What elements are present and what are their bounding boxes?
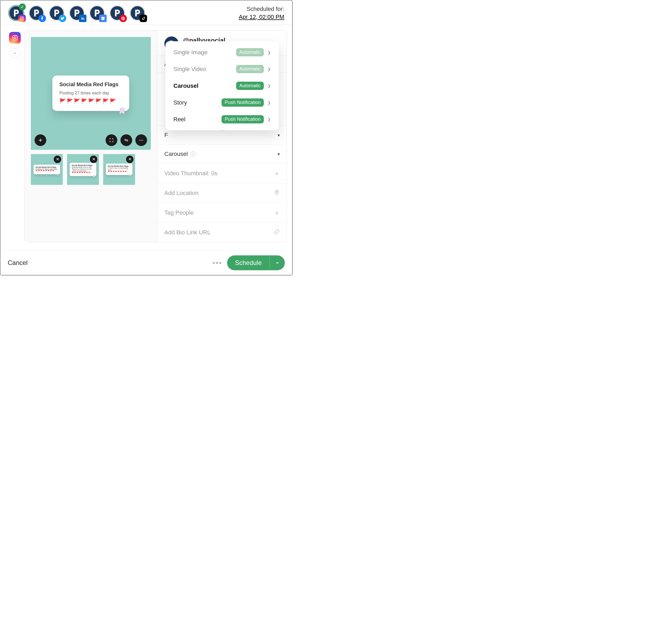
video-thumbnail-row[interactable]: Video Thumbnail: 0s ＋: [157, 163, 287, 183]
post-type-reel[interactable]: ReelPush Notification❯: [165, 111, 279, 128]
plus-icon: ＋: [274, 170, 280, 178]
account-twitter[interactable]: [49, 5, 65, 21]
chevron-right-icon: ❯: [268, 84, 271, 88]
chevron-down-icon: ▾: [278, 152, 280, 157]
post-editor: Social Media Red Flags Posting 27 times …: [24, 30, 287, 242]
post-type-menu: Single ImageAutomatic❯Single VideoAutoma…: [165, 41, 279, 130]
scheduled-block: Scheduled for: Apr 12, 02:00 PM: [239, 6, 284, 20]
carousel-thumb[interactable]: Social Media Red FlagsQuestionable info …: [67, 154, 99, 185]
add-location-row[interactable]: Add Location: [157, 183, 287, 203]
account-facebook[interactable]: [28, 5, 45, 21]
facebook-icon: [39, 15, 46, 22]
svg-point-10: [142, 140, 143, 140]
location-pin-icon: [274, 189, 280, 197]
twitter-icon: [59, 15, 66, 22]
swap-button[interactable]: [121, 134, 132, 146]
fullscreen-button[interactable]: [105, 134, 117, 146]
post-type-single-image[interactable]: Single ImageAutomatic❯: [165, 44, 279, 61]
link-icon: [274, 229, 280, 236]
plus-icon: ＋: [274, 209, 280, 217]
settings-column: @pallyysocial Instagram A F ▾ Carousel i: [157, 30, 287, 242]
preview-card-title: Social Media Red Flags: [59, 81, 122, 87]
platform-rail: [6, 30, 24, 242]
carousel-section[interactable]: Carousel i ▾: [157, 144, 287, 163]
post-type-single-video[interactable]: Single VideoAutomatic❯: [165, 61, 279, 77]
svg-rect-0: [20, 17, 24, 20]
carousel-thumb[interactable]: Social Media Red Flags"I don't use a sch…: [103, 154, 135, 185]
info-icon[interactable]: i: [191, 151, 196, 157]
account-tiktok[interactable]: [130, 5, 145, 21]
account-instagram[interactable]: ✓: [8, 5, 24, 21]
instagram-icon: [18, 15, 26, 22]
carousel-thumb[interactable]: Social Media Red FlagsPosting 27 times e…: [31, 154, 63, 185]
remove-thumb-button[interactable]: ✕: [126, 155, 134, 163]
remove-thumb-button[interactable]: ✕: [54, 155, 61, 163]
schedule-button[interactable]: Schedule: [227, 255, 285, 270]
svg-point-5: [16, 36, 17, 37]
account-bar: ✓ Scheduled for: Apr 12, 02:00 PM: [0, 0, 292, 25]
more-button[interactable]: [135, 134, 147, 146]
add-media-button[interactable]: [34, 134, 46, 146]
svg-rect-3: [12, 36, 17, 40]
tag-people-row[interactable]: Tag People ＋: [157, 203, 287, 222]
remove-thumb-button[interactable]: ✕: [90, 155, 97, 163]
svg-point-1: [21, 17, 22, 19]
collapse-rail-button[interactable]: [10, 48, 20, 58]
chevron-right-icon: ❯: [268, 50, 271, 55]
svg-point-11: [276, 191, 278, 193]
chevron-right-icon: ❯: [268, 67, 271, 71]
post-type-story[interactable]: StoryPush Notification❯: [165, 94, 279, 111]
svg-point-4: [14, 37, 16, 39]
bookmark-icon: [120, 108, 125, 114]
check-icon: ✓: [19, 3, 26, 10]
account-linkedin[interactable]: [69, 5, 85, 21]
preview-card-subtitle: Posting 27 times each day: [59, 91, 122, 95]
svg-point-8: [139, 140, 140, 140]
tiktok-icon: [140, 15, 147, 22]
bio-link-row[interactable]: Add Bio Link URL: [157, 222, 287, 242]
scheduled-datetime[interactable]: Apr 12, 02:00 PM: [239, 13, 284, 20]
account-pinterest[interactable]: [109, 5, 125, 21]
cancel-button[interactable]: Cancel: [8, 259, 28, 266]
gmb-icon: [99, 15, 106, 22]
chevron-right-icon: ❯: [268, 101, 271, 105]
schedule-dropdown-button[interactable]: [270, 255, 285, 270]
preview-card: Social Media Red Flags Posting 27 times …: [52, 75, 129, 111]
linkedin-icon: [79, 15, 86, 22]
scheduled-label: Scheduled for:: [239, 6, 284, 12]
main-preview: Social Media Red Flags Posting 27 times …: [31, 37, 151, 150]
chevron-right-icon: ❯: [268, 117, 271, 122]
media-column: Social Media Red Flags Posting 27 times …: [24, 30, 157, 242]
account-gmb[interactable]: [89, 5, 105, 21]
preview-card-flags: 🚩🚩🚩🚩🚩🚩🚩🚩: [59, 98, 122, 105]
footer: Cancel ••• Schedule: [0, 250, 292, 275]
post-type-carousel[interactable]: CarouselAutomatic❯: [165, 77, 279, 94]
chevron-down-icon: ▾: [278, 133, 280, 138]
more-options-button[interactable]: •••: [213, 259, 222, 267]
svg-point-9: [141, 140, 142, 140]
instagram-icon[interactable]: [9, 32, 21, 44]
pinterest-icon: [120, 15, 127, 22]
